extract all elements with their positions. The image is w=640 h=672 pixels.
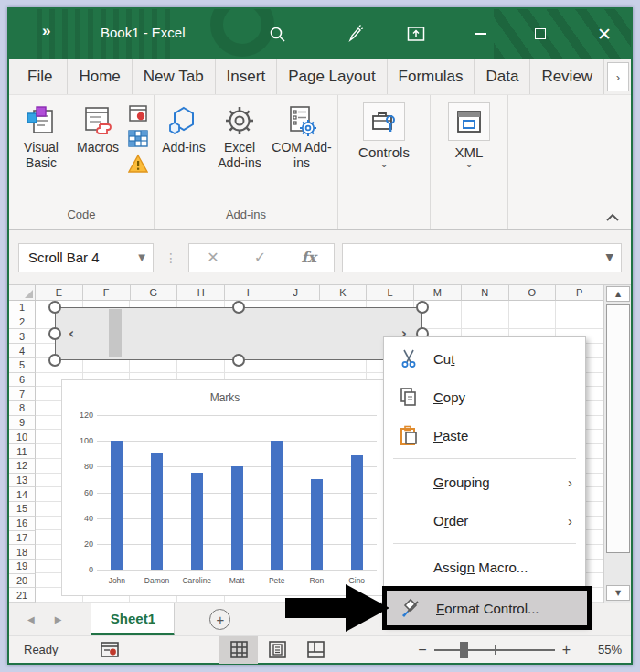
zoom-in-button[interactable]: +: [555, 642, 578, 658]
select-all-corner[interactable]: [9, 285, 36, 301]
tab-page-layout[interactable]: Page Layout: [277, 59, 387, 94]
zoom-slider-thumb[interactable]: [460, 642, 468, 658]
row-header-3[interactable]: 3: [9, 329, 36, 344]
row-header-21[interactable]: 21: [9, 588, 36, 603]
menu-item-assign-macro[interactable]: Assign Macro...: [384, 548, 585, 586]
tab-data[interactable]: Data: [475, 59, 530, 94]
tab-new-tab[interactable]: New Tab: [133, 59, 216, 94]
ribbon-display-options-icon[interactable]: [404, 22, 428, 46]
menu-item-format-control[interactable]: Format Control...: [382, 586, 592, 630]
zoom-out-button[interactable]: −: [411, 642, 433, 658]
selection-handle[interactable]: [48, 327, 61, 340]
controls-button[interactable]: Controls ⌄: [346, 101, 422, 169]
tell-me-pen-icon[interactable]: [343, 22, 367, 46]
selection-handle[interactable]: [232, 354, 245, 367]
menu-item-order[interactable]: Order›: [384, 501, 585, 539]
menu-item-grouping[interactable]: Grouping›: [384, 463, 585, 501]
control-left-arrow-icon[interactable]: ‹: [69, 325, 74, 342]
row-header-17[interactable]: 17: [9, 531, 36, 546]
selection-handle[interactable]: [232, 301, 245, 314]
tab-home[interactable]: Home: [68, 59, 132, 94]
search-icon[interactable]: [265, 22, 289, 46]
relative-references-icon[interactable]: [128, 129, 148, 149]
control-thumb[interactable]: [109, 309, 122, 357]
cancel-icon[interactable]: ✕: [207, 249, 219, 266]
tab-overflow-button[interactable]: ›: [607, 62, 629, 91]
column-header-M[interactable]: M: [414, 285, 462, 301]
row-header-7[interactable]: 7: [9, 387, 36, 401]
column-header-G[interactable]: G: [131, 285, 178, 301]
column-header-K[interactable]: K: [320, 285, 368, 301]
tab-formulas[interactable]: Formulas: [388, 59, 475, 94]
close-button[interactable]: ✕: [592, 22, 616, 46]
row-header-1[interactable]: 1: [9, 301, 36, 315]
row-header-6[interactable]: 6: [9, 373, 36, 388]
column-header-E[interactable]: E: [36, 285, 83, 301]
row-header-20[interactable]: 20: [9, 574, 36, 589]
selection-handle[interactable]: [416, 301, 429, 314]
scroll-down-icon[interactable]: ▼: [606, 585, 630, 601]
menu-item-copy[interactable]: Copy: [384, 378, 585, 416]
sheet-tab-sheet1[interactable]: Sheet1: [91, 603, 175, 635]
row-header-10[interactable]: 10: [9, 430, 36, 444]
page-layout-view-button[interactable]: [258, 636, 296, 664]
row-header-5[interactable]: 5: [9, 358, 36, 373]
formula-input[interactable]: ▼: [342, 243, 622, 272]
quick-access-overflow-button[interactable]: »: [42, 22, 48, 40]
row-header-19[interactable]: 19: [9, 560, 36, 574]
name-box[interactable]: Scroll Bar 4 ▼: [18, 243, 154, 272]
row-header-13[interactable]: 13: [9, 474, 36, 488]
column-header-F[interactable]: F: [83, 285, 131, 301]
insert-function-icon[interactable]: fx: [301, 249, 315, 266]
vertical-scrollbar-thumb[interactable]: [606, 304, 630, 553]
tab-insert[interactable]: Insert: [216, 59, 278, 94]
column-header-J[interactable]: J: [272, 285, 320, 301]
vertical-scrollbar[interactable]: ▲ ▼: [603, 285, 631, 603]
bar-chart[interactable]: Marks 020406080100120JohnDamonCarolineMa…: [61, 379, 389, 596]
macro-security-warning-icon[interactable]: [128, 154, 148, 174]
row-header-11[interactable]: 11: [9, 444, 36, 459]
selection-handle[interactable]: [48, 301, 61, 314]
column-header-N[interactable]: N: [462, 285, 509, 301]
collapse-ribbon-icon[interactable]: [605, 213, 620, 222]
maximize-button[interactable]: [528, 22, 552, 46]
record-macro-icon[interactable]: [128, 104, 148, 124]
row-header-15[interactable]: 15: [9, 502, 36, 517]
row-header-12[interactable]: 12: [9, 459, 36, 474]
record-macro-status-icon[interactable]: [101, 642, 119, 657]
scroll-up-icon[interactable]: ▲: [606, 286, 630, 302]
visual-basic-button[interactable]: Visual Basic: [13, 101, 69, 171]
chevron-down-icon[interactable]: ▼: [138, 252, 153, 262]
minimize-button[interactable]: [468, 22, 492, 46]
page-break-preview-button[interactable]: [296, 636, 335, 664]
zoom-level[interactable]: 55%: [581, 643, 622, 656]
tab-file[interactable]: File: [9, 59, 68, 94]
zoom-slider[interactable]: [434, 636, 555, 664]
menu-item-paste[interactable]: Paste: [384, 416, 585, 454]
normal-view-button[interactable]: [219, 636, 258, 664]
row-header-9[interactable]: 9: [9, 416, 36, 431]
row-header-2[interactable]: 2: [9, 315, 36, 330]
add-ins-button[interactable]: Add-ins: [158, 101, 209, 155]
row-header-16[interactable]: 16: [9, 517, 36, 531]
scrollbar-form-control[interactable]: ‹ ›: [55, 307, 422, 360]
menu-item-cut[interactable]: Cut: [384, 339, 585, 378]
column-header-P[interactable]: P: [556, 285, 603, 301]
column-header-L[interactable]: L: [367, 285, 414, 301]
formula-bar-grip[interactable]: ⋮: [165, 251, 177, 265]
selection-handle[interactable]: [48, 354, 61, 367]
column-header-H[interactable]: H: [177, 285, 225, 301]
row-header-4[interactable]: 4: [9, 344, 36, 358]
row-header-14[interactable]: 14: [9, 487, 36, 502]
xml-button[interactable]: XML ⌄: [440, 101, 498, 169]
excel-add-ins-button[interactable]: Excel Add-ins: [209, 101, 270, 171]
column-header-O[interactable]: O: [509, 285, 557, 301]
tab-review[interactable]: Review: [530, 59, 604, 94]
expand-formula-bar-icon[interactable]: ▼: [606, 251, 613, 263]
next-sheet-icon[interactable]: ▶: [55, 614, 62, 624]
column-header-I[interactable]: I: [225, 285, 272, 301]
enter-icon[interactable]: ✓: [254, 249, 266, 266]
macros-button[interactable]: Macros: [69, 101, 126, 155]
row-header-18[interactable]: 18: [9, 545, 36, 560]
add-sheet-button[interactable]: +: [209, 609, 230, 630]
